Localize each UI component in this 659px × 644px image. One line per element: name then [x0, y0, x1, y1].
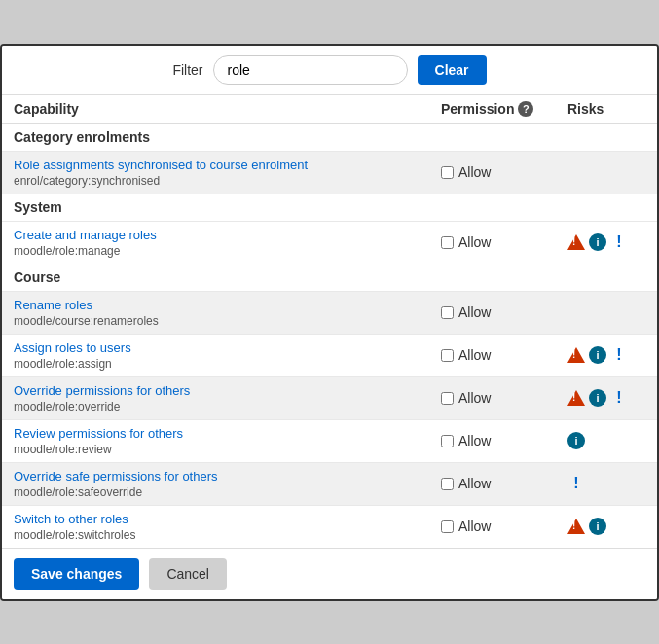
allow-checkbox[interactable]: [441, 166, 454, 179]
allow-label: Allow: [458, 164, 491, 180]
section-header-system: System: [2, 194, 657, 221]
permission-control: Allow: [441, 234, 567, 250]
table-row: Role assignments synchronised to course …: [2, 151, 657, 194]
table-row: Review permissions for othersmoodle/role…: [2, 419, 657, 462]
capability-info: Assign roles to usersmoodle/role:assign: [14, 340, 441, 371]
permission-control: Allow: [441, 476, 567, 491]
col-capability-header: Capability: [14, 101, 441, 117]
table-row: Assign roles to usersmoodle/role:assignA…: [2, 334, 657, 376]
filter-bar: Filter Clear: [2, 46, 657, 94]
filter-input[interactable]: [213, 55, 408, 85]
capability-info: Override safe permissions for othersmood…: [14, 469, 441, 499]
footer: Save changes Cancel: [2, 548, 657, 599]
capability-info: Override permissions for othersmoodle/ro…: [14, 383, 441, 413]
risk-info-icon[interactable]: i: [567, 432, 585, 449]
capability-info: Role assignments synchronised to course …: [14, 158, 441, 188]
risk-info-icon[interactable]: i: [589, 233, 606, 251]
risk-exclaim-icon[interactable]: !: [610, 389, 628, 407]
capability-code: moodle/role:switchroles: [14, 528, 135, 542]
table-row: Switch to other rolesmoodle/role:switchr…: [2, 505, 657, 548]
risk-triangle-icon[interactable]: !: [567, 234, 585, 250]
capability-name[interactable]: Rename roles: [14, 298, 441, 312]
risk-info-icon[interactable]: i: [589, 346, 606, 364]
allow-label: Allow: [458, 519, 491, 534]
capability-code: moodle/role:review: [14, 443, 112, 456]
col-permission-header: Permission ?: [441, 101, 567, 117]
capability-code: moodle/role:manage: [14, 244, 120, 258]
capability-name[interactable]: Assign roles to users: [14, 340, 441, 355]
table-row: Create and manage rolesmoodle/role:manag…: [2, 221, 657, 264]
risks-container: !i!: [567, 233, 645, 251]
permission-control: Allow: [441, 164, 567, 180]
risk-triangle-icon[interactable]: !: [567, 390, 585, 406]
allow-label: Allow: [458, 390, 491, 406]
allow-label: Allow: [458, 234, 491, 250]
col-risks-header: Risks: [567, 101, 645, 117]
table-row: Rename rolesmoodle/course:renamerolesAll…: [2, 291, 657, 334]
section-header-course: Course: [2, 264, 657, 291]
capability-name[interactable]: Override permissions for others: [14, 383, 441, 398]
allow-label: Allow: [458, 476, 491, 491]
risk-triangle-icon[interactable]: !: [567, 347, 585, 363]
main-window: Filter Clear Capability Permission ? Ris…: [0, 44, 659, 601]
allow-checkbox[interactable]: [441, 435, 454, 447]
risks-container: !: [567, 475, 645, 492]
capability-info: Switch to other rolesmoodle/role:switchr…: [14, 512, 441, 542]
capability-name[interactable]: Review permissions for others: [14, 426, 441, 441]
risk-info-icon[interactable]: i: [589, 389, 606, 407]
section-header-category-enrolments: Category enrolments: [2, 124, 657, 151]
allow-label: Allow: [458, 433, 491, 448]
permission-control: Allow: [441, 304, 567, 320]
capability-name[interactable]: Override safe permissions for others: [14, 469, 441, 483]
permission-control: Allow: [441, 519, 567, 534]
filter-label: Filter: [172, 62, 202, 78]
table-row: Override safe permissions for othersmood…: [2, 462, 657, 505]
capability-info: Rename rolesmoodle/course:renameroles: [14, 298, 441, 328]
clear-button[interactable]: Clear: [418, 55, 487, 85]
table-header: Capability Permission ? Risks: [2, 94, 657, 124]
permission-control: Allow: [441, 347, 567, 363]
capability-code: moodle/role:safeoverride: [14, 485, 142, 499]
risk-exclaim-icon[interactable]: !: [610, 346, 628, 364]
capability-code: moodle/course:renameroles: [14, 314, 159, 328]
sections-container: Category enrolmentsRole assignments sync…: [2, 124, 657, 548]
risks-container: !i!: [567, 389, 645, 407]
cancel-button[interactable]: Cancel: [149, 558, 227, 590]
capability-code: enrol/category:synchronised: [14, 174, 160, 188]
capability-info: Review permissions for othersmoodle/role…: [14, 426, 441, 456]
risk-exclaim-icon[interactable]: !: [567, 475, 585, 492]
allow-checkbox[interactable]: [441, 349, 454, 362]
risk-triangle-icon[interactable]: !: [567, 519, 585, 534]
allow-checkbox[interactable]: [441, 236, 454, 249]
capability-code: moodle/role:assign: [14, 357, 112, 371]
permission-control: Allow: [441, 390, 567, 406]
capability-name[interactable]: Role assignments synchronised to course …: [14, 158, 441, 172]
risks-container: !i!: [567, 346, 645, 364]
capability-code: moodle/role:override: [14, 400, 120, 413]
risk-info-icon[interactable]: i: [589, 518, 606, 535]
save-changes-button[interactable]: Save changes: [14, 558, 139, 590]
permission-help-icon[interactable]: ?: [518, 101, 533, 117]
allow-label: Allow: [458, 347, 491, 363]
capability-name[interactable]: Create and manage roles: [14, 228, 441, 242]
allow-label: Allow: [458, 304, 491, 320]
table-row: Override permissions for othersmoodle/ro…: [2, 376, 657, 419]
risks-container: i: [567, 432, 645, 449]
capability-name[interactable]: Switch to other roles: [14, 512, 441, 526]
allow-checkbox[interactable]: [441, 392, 454, 405]
allow-checkbox[interactable]: [441, 478, 454, 490]
capability-info: Create and manage rolesmoodle/role:manag…: [14, 228, 441, 258]
risks-container: !i: [567, 518, 645, 535]
allow-checkbox[interactable]: [441, 306, 454, 319]
allow-checkbox[interactable]: [441, 520, 454, 533]
permission-control: Allow: [441, 433, 567, 448]
risk-exclaim-icon[interactable]: !: [610, 233, 628, 251]
